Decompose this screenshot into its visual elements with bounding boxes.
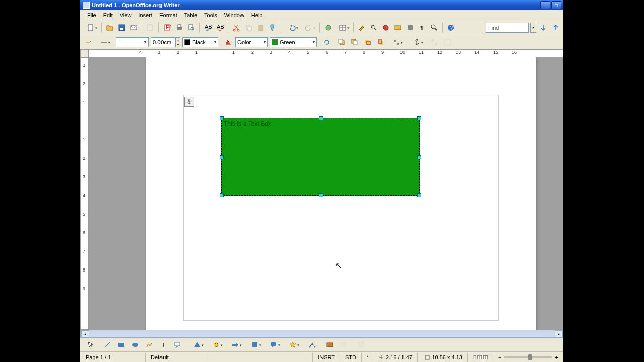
menu-tools[interactable]: Tools — [201, 11, 221, 19]
navigator-button[interactable] — [380, 22, 391, 33]
line-width-input[interactable]: 0.00cm — [151, 37, 175, 47]
ruler-corner[interactable] — [80, 49, 89, 57]
open-button[interactable] — [104, 22, 115, 33]
drawing-button[interactable] — [356, 22, 367, 33]
stars-tool[interactable] — [285, 339, 301, 350]
select-tool[interactable] — [85, 339, 96, 350]
status-position[interactable]: 2.16 / 1.47 — [372, 353, 418, 362]
symbol-shapes-tool[interactable] — [208, 339, 224, 350]
copy-button[interactable] — [243, 22, 254, 33]
flowchart-tool[interactable] — [247, 339, 263, 350]
rotate-button[interactable] — [321, 37, 332, 48]
zoom-slider[interactable]: − + — [493, 353, 564, 362]
gallery-button[interactable] — [392, 22, 404, 33]
anchor-icon[interactable] — [184, 97, 194, 107]
book-page-icon[interactable] — [483, 354, 488, 360]
minimize-button[interactable]: _ — [540, 1, 550, 9]
single-page-icon[interactable] — [473, 354, 477, 360]
format-paint-button[interactable] — [267, 22, 278, 33]
horizontal-ruler[interactable]: 432112345678910111213141516 — [89, 49, 564, 57]
status-page[interactable]: Page 1 / 1 — [80, 353, 146, 362]
status-sel-mode[interactable]: STD — [340, 353, 362, 362]
pdf-button[interactable]: PDF — [162, 22, 173, 33]
paste-button[interactable] — [255, 22, 266, 33]
menu-edit[interactable]: Edit — [100, 11, 116, 19]
print-button[interactable] — [174, 22, 185, 33]
scroll-left-button[interactable]: ◂ — [81, 330, 89, 337]
zoom-thumb[interactable] — [528, 354, 532, 360]
resize-handle-ml[interactable] — [220, 155, 224, 159]
zoom-out-icon[interactable]: − — [498, 354, 501, 360]
help-button[interactable]: ? — [445, 22, 456, 33]
text-tool[interactable]: T — [158, 339, 169, 350]
menu-table[interactable]: Table — [181, 11, 201, 19]
points-tool[interactable] — [307, 339, 318, 350]
scroll-right-button[interactable]: ▸ — [555, 330, 563, 337]
status-lang[interactable] — [206, 353, 313, 362]
textbox-shape[interactable]: This is a Text Box — [221, 118, 420, 196]
resize-handle-br[interactable] — [417, 193, 421, 197]
autospell-button[interactable]: ABC — [214, 22, 225, 33]
send-backward-button[interactable] — [375, 37, 386, 48]
anchor-button[interactable] — [409, 37, 425, 48]
maximize-button[interactable]: □ — [551, 1, 561, 9]
menu-help[interactable]: Help — [248, 11, 266, 19]
page[interactable]: This is a Text Box — [146, 57, 536, 330]
titlebar[interactable]: Untitled 1 - OpenOffice.org Writer _ □ — [80, 0, 564, 10]
undo-button[interactable] — [284, 22, 300, 33]
preview-button[interactable] — [186, 22, 197, 33]
line-width-spinner[interactable]: ▴▾ — [175, 37, 180, 47]
find-next-button[interactable] — [538, 22, 549, 33]
ellipse-tool[interactable] — [130, 339, 141, 350]
redo-button[interactable] — [301, 22, 317, 33]
status-insert-mode[interactable]: INSRT — [313, 353, 340, 362]
resize-handle-tm[interactable] — [319, 116, 323, 120]
find-replace-button[interactable] — [368, 22, 379, 33]
datasource-button[interactable] — [405, 22, 416, 33]
block-arrows-tool[interactable] — [227, 339, 244, 350]
callout-tool[interactable] — [172, 339, 183, 350]
page-workspace[interactable]: This is a Text Box ↖ — [89, 57, 564, 330]
menu-view[interactable]: View — [116, 11, 135, 19]
callouts-tool[interactable] — [266, 339, 282, 350]
scroll-track[interactable] — [89, 330, 555, 337]
freeform-tool[interactable] — [144, 339, 155, 350]
line-style-select[interactable]: ▾ — [116, 37, 149, 47]
line-tool[interactable] — [102, 339, 113, 350]
hyperlink-button[interactable] — [323, 22, 334, 33]
area-button[interactable] — [222, 37, 233, 48]
to-background-button[interactable] — [349, 37, 360, 48]
fill-type-select[interactable]: Color ▾ — [235, 37, 268, 47]
save-button[interactable] — [116, 22, 127, 33]
find-dropdown[interactable]: ▾ — [530, 23, 536, 33]
fontwork-button[interactable] — [324, 339, 335, 350]
vertical-ruler[interactable]: 321123456789 — [80, 57, 89, 330]
menu-file[interactable]: File — [84, 11, 100, 19]
bring-forward-button[interactable] — [362, 37, 373, 48]
new-button[interactable] — [83, 22, 99, 33]
mail-button[interactable] — [128, 22, 139, 33]
nonprinting-button[interactable]: ¶ — [417, 22, 428, 33]
menu-format[interactable]: Format — [156, 11, 181, 19]
zoom-track[interactable] — [504, 356, 552, 358]
rectangle-tool[interactable] — [116, 339, 127, 350]
basic-shapes-tool[interactable] — [189, 339, 205, 350]
status-modified[interactable]: * — [362, 353, 372, 362]
resize-handle-bm[interactable] — [319, 193, 323, 197]
find-input[interactable] — [486, 23, 529, 33]
multi-page-icon[interactable] — [477, 354, 482, 360]
arrow-style-button[interactable] — [83, 37, 94, 48]
table-button[interactable] — [335, 22, 351, 33]
cut-button[interactable] — [231, 22, 242, 33]
status-style[interactable]: Default — [146, 353, 206, 362]
horizontal-scrollbar[interactable]: ◂ ▸ — [80, 330, 564, 338]
menu-window[interactable]: Window — [221, 11, 248, 19]
status-size[interactable]: 10.56 x 4.13 — [418, 353, 468, 362]
find-prev-button[interactable] — [550, 22, 561, 33]
view-layout-buttons[interactable] — [468, 353, 493, 362]
zoom-in-icon[interactable]: + — [555, 354, 558, 360]
menu-insert[interactable]: Insert — [135, 11, 156, 19]
resize-handle-tr[interactable] — [417, 116, 421, 120]
fill-color-select[interactable]: Green ▾ — [270, 37, 317, 47]
to-foreground-button[interactable] — [336, 37, 347, 48]
